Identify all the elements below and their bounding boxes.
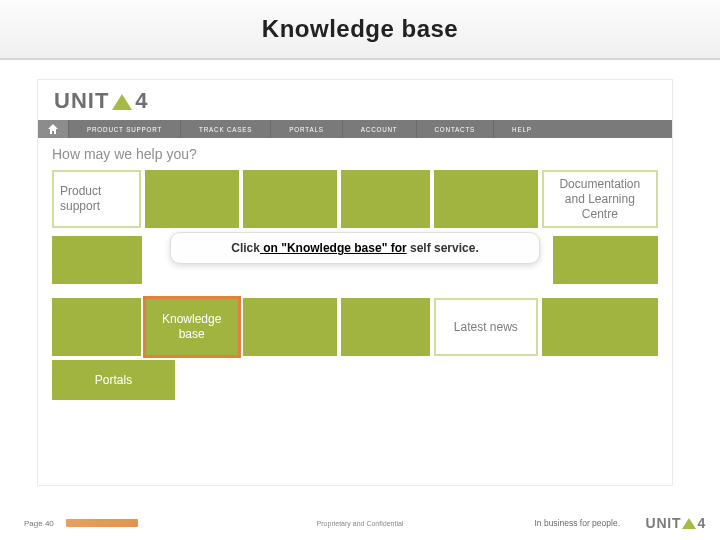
tile-blank-row2-5[interactable] (553, 236, 658, 284)
nav-account[interactable]: ACCOUNT (342, 120, 416, 138)
tile-grid: Product support Documentation and Learni… (38, 168, 672, 406)
slide-footer: Page 40 Proprietary and Confidential In … (0, 506, 720, 540)
nav-product-support[interactable]: PRODUCT SUPPORT (68, 120, 180, 138)
tile-row-1: Product support Documentation and Learni… (52, 170, 658, 228)
callout-text-post: self service. (407, 241, 479, 255)
nav-contacts[interactable]: CONTACTS (416, 120, 494, 138)
logo-text-unit: UNIT (54, 88, 109, 114)
footer-logo-4: 4 (697, 515, 706, 531)
tile-blank-2[interactable] (243, 170, 338, 228)
nav-home-button[interactable] (38, 120, 68, 138)
tile-blank-3[interactable] (341, 170, 430, 228)
tile-label: Knowledge base (153, 312, 231, 342)
home-icon (48, 124, 58, 134)
tile-blank-row3-2[interactable] (243, 298, 338, 356)
tile-blank-row2-0[interactable] (52, 236, 142, 284)
tile-blank-1[interactable] (145, 170, 239, 228)
footer-tagline: In business for people. (534, 518, 620, 528)
tile-product-support[interactable]: Product support (52, 170, 141, 228)
slide-title: Knowledge base (262, 15, 458, 43)
help-prompt: How may we help you? (38, 138, 672, 168)
tile-knowledge-base[interactable]: Knowledge base (145, 298, 239, 356)
tile-label: Portals (95, 373, 132, 388)
footer-logo-triangle-icon (682, 518, 696, 529)
tile-blank-4[interactable] (434, 170, 538, 228)
tile-row-2-wrap: NOTE: SELF SERVICE Click on "Knowledge b… (52, 232, 658, 298)
tile-blank-row3-5[interactable] (542, 298, 658, 356)
instruction-callout: Click on "Knowledge base" for self servi… (170, 232, 540, 264)
tile-blank-row3-3[interactable] (341, 298, 430, 356)
callout-text-u: on "Knowledge base" for (260, 241, 407, 255)
callout-text-pre: Click (231, 241, 260, 255)
footer-confidential: Proprietary and Confidential (317, 520, 404, 527)
top-nav: PRODUCT SUPPORT TRACK CASES PORTALS ACCO… (38, 120, 672, 138)
slide-title-bar: Knowledge base (0, 0, 720, 60)
tile-latest-news[interactable]: Latest news (434, 298, 538, 356)
tile-row-3: Knowledge base Latest news (52, 298, 658, 356)
portal-screenshot: UNIT 4 PRODUCT SUPPORT TRACK CASES PORTA… (38, 80, 672, 485)
footer-logo: UNIT 4 (646, 515, 706, 531)
tile-label: Documentation and Learning Centre (550, 177, 650, 222)
unit4-logo: UNIT 4 (54, 88, 149, 114)
tile-label: Product support (60, 184, 133, 214)
footer-accent-bar (66, 519, 138, 527)
logo-row: UNIT 4 (38, 80, 672, 120)
tile-label: Latest news (454, 320, 518, 335)
nav-portals[interactable]: PORTALS (270, 120, 341, 138)
tile-blank-row3-0[interactable] (52, 298, 141, 356)
page-number: Page 40 (24, 519, 54, 528)
logo-text-4: 4 (135, 88, 148, 114)
tile-portals[interactable]: Portals (52, 360, 175, 400)
logo-triangle-icon (112, 94, 132, 110)
nav-track-cases[interactable]: TRACK CASES (180, 120, 270, 138)
tile-row-4: Portals (52, 360, 658, 400)
tile-doc-learning[interactable]: Documentation and Learning Centre (542, 170, 658, 228)
nav-help[interactable]: HELP (493, 120, 550, 138)
footer-logo-unit: UNIT (646, 515, 682, 531)
